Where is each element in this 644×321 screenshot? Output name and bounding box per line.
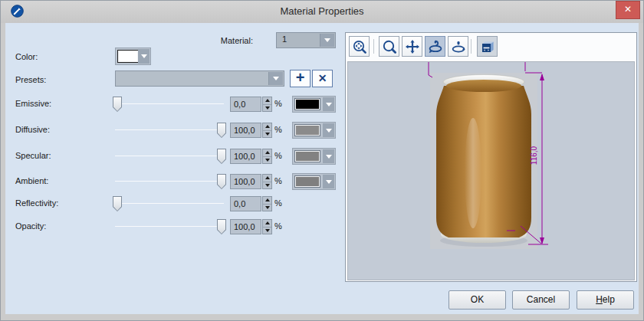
dropdown-arrow-button[interactable] [323, 97, 334, 111]
up-arrow-icon [265, 99, 270, 102]
cancel-button[interactable]: Cancel [512, 290, 570, 310]
emissive-color-dropdown[interactable] [292, 96, 336, 113]
chevron-down-icon [273, 77, 279, 80]
spin-up-button[interactable] [263, 123, 271, 131]
preview-viewport[interactable]: 116,0 [347, 61, 635, 280]
chevron-down-icon [324, 38, 330, 42]
reflectivity-row: Reflectivity: 0,0 % [5, 195, 343, 212]
preview-groupbox: 116,0 [345, 32, 637, 282]
ambient-slider[interactable] [112, 173, 227, 190]
specular-value-field[interactable]: 100,0 [230, 149, 261, 164]
diffusive-color-dropdown[interactable] [292, 122, 336, 139]
slider-thumb[interactable] [217, 123, 226, 138]
material-dropdown-arrow-button[interactable] [320, 34, 334, 47]
up-arrow-icon [265, 221, 270, 224]
slider-track [115, 181, 224, 182]
preview-scene: 116,0 [348, 62, 634, 280]
specular-slider[interactable] [112, 148, 227, 165]
pan-icon [405, 39, 420, 54]
material-label: Material: [159, 36, 253, 45]
emissive-slider[interactable] [112, 96, 227, 113]
up-arrow-icon [265, 176, 270, 179]
ambient-color-dropdown[interactable] [292, 173, 336, 190]
spin-down-button[interactable] [263, 182, 271, 189]
ambient-spinner [262, 174, 272, 189]
diffusive-slider[interactable] [112, 122, 227, 139]
spin-down-button[interactable] [263, 157, 271, 164]
dropdown-arrow-button[interactable] [323, 175, 334, 188]
chevron-down-icon [326, 180, 332, 184]
dropdown-arrow-button[interactable] [323, 149, 334, 163]
slider-thumb[interactable] [217, 174, 226, 189]
percent-label: % [274, 151, 282, 160]
spin-up-button[interactable] [263, 149, 271, 157]
close-button[interactable]: ✕ [616, 1, 640, 19]
render-mode-icon [480, 39, 495, 54]
diffusive-color-swatch [295, 125, 320, 136]
rotate-button[interactable] [425, 36, 445, 57]
zoom-button[interactable] [379, 36, 399, 57]
spin-down-button[interactable] [263, 131, 271, 138]
opacity-spinner [262, 219, 272, 234]
spin-up-button[interactable] [263, 197, 271, 205]
spin-up-button[interactable] [263, 220, 271, 228]
slider-thumb[interactable] [217, 149, 226, 164]
opacity-slider[interactable] [112, 218, 227, 235]
can-object [436, 75, 531, 247]
specular-color-dropdown[interactable] [292, 148, 336, 165]
zoom-extents-icon [352, 39, 367, 54]
diffusive-value-field[interactable]: 100,0 [230, 123, 261, 138]
slider-track [115, 203, 224, 204]
ambient-color-swatch [295, 176, 320, 187]
ambient-value-field[interactable]: 100,0 [230, 174, 261, 189]
pan-button[interactable] [402, 36, 422, 57]
presets-dropdown-arrow-button[interactable] [268, 72, 283, 85]
presets-combobox[interactable] [115, 70, 284, 87]
slider-thumb[interactable] [113, 97, 122, 112]
orbit-icon [451, 39, 466, 54]
reflectivity-spinner [262, 196, 272, 211]
emissive-value-field[interactable]: 0,0 [230, 97, 261, 112]
emissive-spinner [262, 97, 272, 112]
dropdown-arrow-button[interactable] [323, 123, 334, 137]
spin-down-button[interactable] [263, 228, 271, 234]
chevron-down-icon [326, 103, 332, 106]
ambient-label: Ambient: [15, 176, 48, 185]
emissive-row: Emissive: 0,0 % [5, 96, 343, 113]
zoom-extents-button[interactable] [349, 36, 370, 57]
opacity-value-field[interactable]: 100,0 [230, 219, 261, 234]
material-dropdown[interactable]: 1 [276, 32, 336, 48]
reflectivity-slider[interactable] [112, 195, 227, 212]
up-arrow-icon [265, 198, 270, 201]
dimension-value-label: 116,0 [530, 146, 538, 165]
percent-label: % [274, 176, 282, 185]
down-arrow-icon [265, 159, 270, 162]
titlebar[interactable]: Material Properties [1, 0, 643, 23]
spin-up-button[interactable] [263, 97, 271, 105]
slider-track [115, 226, 224, 227]
preset-delete-button[interactable]: ✕ [312, 70, 333, 87]
render-mode-button[interactable] [477, 36, 498, 57]
slider-thumb[interactable] [113, 196, 122, 211]
toolbar-separator [373, 39, 374, 54]
spin-up-button[interactable] [263, 175, 271, 182]
reflectivity-value-field[interactable]: 0,0 [230, 196, 261, 211]
preset-add-button[interactable]: + [290, 70, 310, 87]
material-value: 1 [282, 34, 287, 44]
spin-down-button[interactable] [263, 105, 271, 112]
color-dropdown-arrow-button[interactable] [138, 49, 150, 64]
rotate-icon [428, 39, 443, 54]
diffusive-label: Diffusive: [15, 125, 50, 134]
orbit-button[interactable] [448, 36, 468, 57]
ok-button[interactable]: OK [449, 290, 506, 310]
down-arrow-icon [265, 184, 270, 187]
spin-down-button[interactable] [263, 205, 271, 211]
help-accelerator: H [596, 294, 603, 305]
slider-thumb[interactable] [217, 219, 226, 234]
color-dropdown[interactable] [115, 47, 151, 65]
presets-label: Presets: [15, 75, 46, 84]
help-button[interactable]: Help [577, 290, 634, 310]
color-swatch [118, 51, 138, 62]
window-title: Material Properties [1, 5, 643, 17]
up-arrow-icon [265, 151, 270, 154]
